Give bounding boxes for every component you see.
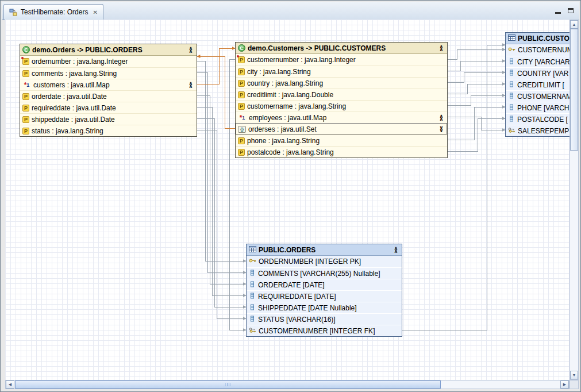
- column-row[interactable]: CITY [VARCHAR: [506, 56, 570, 67]
- column-icon: [249, 293, 256, 301]
- field-row[interactable]: Pcustomername : java.lang.String: [236, 100, 447, 112]
- connection-line[interactable]: [448, 49, 505, 59]
- column-row[interactable]: SALESREPEMP: [506, 125, 570, 136]
- horizontal-scrollbar-thumb[interactable]: [15, 381, 441, 389]
- table-icon: [249, 246, 256, 254]
- box-header[interactable]: C demo.Customers -> PUBLIC.CUSTOMERS ∧∧: [236, 43, 447, 54]
- field-label: customername : java.lang.String: [247, 102, 346, 110]
- class-icon: C: [238, 44, 245, 52]
- class-box-orders[interactable]: C demo.Orders -> PUBLIC.ORDERS ∧∧ Porder…: [20, 44, 197, 137]
- minimize-icon[interactable]: [555, 7, 561, 14]
- field-row[interactable]: Pphone : java.lang.String: [236, 134, 447, 146]
- field-row[interactable]: Ppostalcode : java.lang.String: [236, 146, 447, 157]
- class-box-customers[interactable]: C demo.Customers -> PUBLIC.CUSTOMERS ∧∧ …: [235, 42, 448, 158]
- column-icon: [508, 104, 515, 112]
- field-label: ordernumber : java.lang.Integer: [32, 57, 128, 66]
- connection-line[interactable]: [448, 84, 505, 94]
- property-icon: P: [238, 103, 245, 110]
- column-row[interactable]: POSTALCODE [: [506, 113, 570, 125]
- maximize-icon[interactable]: [568, 8, 574, 13]
- table-box-orders[interactable]: PUBLIC.ORDERS ∧∧ ORDERNUMBER [INTEGER PK…: [246, 244, 402, 337]
- column-label: CUSTOMERNUMBER [INTEGER FK]: [259, 327, 375, 335]
- field-row[interactable]: Pordernumber : java.lang.Integer: [20, 56, 197, 67]
- collapse-icon[interactable]: ∧∧: [187, 82, 194, 88]
- connection-line[interactable]: [448, 61, 505, 71]
- column-label: POSTALCODE [: [517, 116, 568, 124]
- field-row[interactable]: *1employees : java.util.Map∧∧: [236, 112, 447, 123]
- field-row[interactable]: *1customers : java.util.Map∧∧: [20, 79, 197, 90]
- column-label: CITY [VARCHAR: [517, 58, 570, 66]
- field-row[interactable]: Pcountry : java.lang.String: [236, 77, 447, 89]
- connection-line[interactable]: [448, 95, 505, 105]
- horizontal-scrollbar[interactable]: ◀ ▶: [5, 380, 570, 389]
- connection-line[interactable]: [197, 130, 246, 318]
- primary-key-icon: [508, 46, 515, 54]
- box-header[interactable]: C demo.Orders -> PUBLIC.ORDERS ∧∧: [20, 44, 197, 56]
- table-header[interactable]: PUBLIC.ORDERS ∧∧: [247, 244, 402, 256]
- vertical-scrollbar[interactable]: ▲ ▼: [570, 20, 579, 380]
- field-row[interactable]: Porderdate : java.util.Date: [20, 90, 197, 102]
- expand-icon[interactable]: ∨∨: [438, 126, 445, 132]
- field-label: country : java.lang.String: [247, 79, 323, 87]
- collection-icon: {}: [238, 126, 246, 133]
- field-row[interactable]: Prequireddate : java.util.Date: [20, 102, 197, 113]
- foreign-key-icon: [508, 127, 515, 135]
- column-label: CUSTOMERNAM: [517, 93, 570, 101]
- field-label: status : java.lang.String: [32, 127, 103, 135]
- column-row[interactable]: ORDERNUMBER [INTEGER PK]: [247, 256, 402, 267]
- association-line[interactable]: [197, 56, 235, 128]
- field-row[interactable]: Pcity : java.lang.String: [236, 66, 447, 77]
- column-row[interactable]: STATUS [VARCHAR(16)]: [247, 313, 402, 325]
- column-row[interactable]: COMMENTS [VARCHAR(255) Nullable]: [247, 267, 402, 279]
- field-row[interactable]: Pstatus : java.lang.String: [20, 125, 197, 136]
- column-label: CUSTOMERNUMBER [INTEG: [518, 46, 570, 54]
- scroll-down-icon[interactable]: ▼: [570, 371, 578, 379]
- collapse-icon[interactable]: ∧∧: [187, 47, 194, 53]
- column-icon: [249, 304, 256, 312]
- field-row-orderses[interactable]: {}orderses : java.util.Set∨∨: [236, 123, 447, 134]
- collapse-icon[interactable]: ∧∧: [438, 45, 445, 51]
- table-header[interactable]: PUBLIC.CUSTOMERS: [506, 33, 570, 44]
- field-row[interactable]: Pcomments : java.lang.String: [20, 67, 197, 79]
- field-row[interactable]: Pcustomernumber : java.lang.Integer: [236, 54, 447, 66]
- scroll-up-icon[interactable]: ▲: [570, 20, 578, 29]
- column-row[interactable]: CUSTOMERNAM: [506, 90, 570, 102]
- column-label: ORDERDATE [DATE]: [258, 281, 325, 289]
- column-row[interactable]: ORDERDATE [DATE]: [247, 279, 402, 290]
- id-property-icon: P: [22, 58, 29, 65]
- field-label: comments : java.lang.String: [32, 70, 117, 78]
- property-icon: P: [22, 116, 29, 123]
- hibernate-diagram-icon: [9, 9, 17, 16]
- field-row[interactable]: Pshippeddate : java.util.Date: [20, 113, 197, 125]
- column-icon: [508, 81, 515, 89]
- close-icon[interactable]: ✕: [91, 9, 97, 16]
- many-to-one-icon: *1: [238, 114, 247, 121]
- connection-line[interactable]: [448, 107, 505, 140]
- field-label: phone : java.lang.String: [247, 137, 320, 145]
- association-line[interactable]: [197, 48, 235, 84]
- column-row[interactable]: CREDITLIMIT [: [506, 79, 570, 90]
- connection-line[interactable]: [448, 118, 505, 151]
- primary-key-icon: [249, 258, 256, 266]
- column-row[interactable]: REQUIREDDATE [DATE]: [247, 290, 402, 302]
- diagram-canvas[interactable]: C demo.Orders -> PUBLIC.ORDERS ∧∧ Porder…: [5, 20, 570, 380]
- column-row[interactable]: CUSTOMERNUMBER [INTEG: [506, 44, 570, 56]
- many-to-one-icon: *1: [22, 82, 31, 89]
- vertical-scrollbar-thumb[interactable]: [570, 29, 578, 151]
- collapse-icon[interactable]: ∧∧: [393, 247, 399, 253]
- field-row[interactable]: Pcreditlimit : java.lang.Double: [236, 89, 447, 100]
- scroll-right-icon[interactable]: ▶: [560, 381, 569, 389]
- editor-tab[interactable]: TestHibernate: Orders ✕: [3, 4, 103, 20]
- column-label: STATUS [VARCHAR(16)]: [258, 316, 336, 324]
- connection-line[interactable]: [448, 72, 505, 82]
- column-label: ORDERNUMBER [INTEGER PK]: [259, 258, 361, 266]
- table-box-customers[interactable]: PUBLIC.CUSTOMERS CUSTOMERNUMBER [INTEG C…: [505, 32, 570, 137]
- scroll-left-icon[interactable]: ◀: [6, 381, 14, 389]
- column-row[interactable]: SHIPPEDDATE [DATE Nullable]: [247, 302, 402, 313]
- column-row[interactable]: COUNTRY [VAR: [506, 67, 570, 79]
- collapse-icon[interactable]: ∧∧: [438, 115, 445, 121]
- field-label: postalcode : java.lang.String: [247, 148, 334, 156]
- connection-line[interactable]: [448, 117, 505, 130]
- column-row[interactable]: PHONE [VARCH: [506, 102, 570, 113]
- column-row[interactable]: CUSTOMERNUMBER [INTEGER FK]: [247, 325, 402, 336]
